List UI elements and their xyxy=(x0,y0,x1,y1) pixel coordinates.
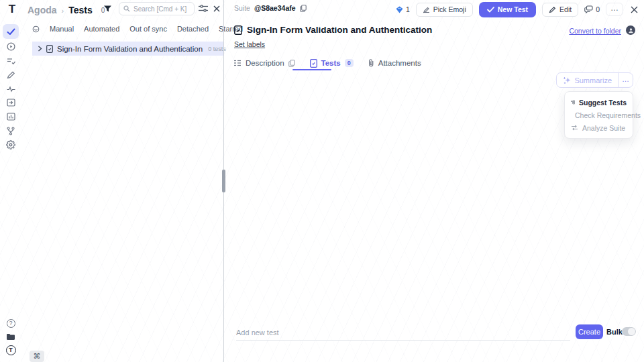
tab-description[interactable]: Description xyxy=(233,59,295,67)
tree-item-title[interactable]: Sign-In Form Validation and Authenticati… xyxy=(57,45,203,53)
pencil-icon xyxy=(549,6,556,13)
pulse-icon xyxy=(7,86,15,93)
search-box xyxy=(119,2,195,15)
sidebar-item-help[interactable]: ? xyxy=(3,316,19,330)
tab-attachments-label: Attachments xyxy=(378,59,421,67)
summarize-more-button[interactable]: … xyxy=(618,73,633,87)
header-actions: 1 Pick Emoji New Test Edit 0 … xyxy=(396,2,639,17)
paperclip-icon xyxy=(368,59,374,67)
keyboard-shortcuts-button[interactable]: ⌘ xyxy=(30,351,44,362)
ai-dropdown-menu: Suggest Tests Check Requirements Analyze… xyxy=(564,91,633,139)
tab-automated[interactable]: Automated xyxy=(84,25,119,33)
sidebar-item-tests[interactable] xyxy=(3,24,19,39)
sidebar-item-pulse[interactable] xyxy=(3,82,19,97)
pick-emoji-label: Pick Emoji xyxy=(433,5,466,13)
check-icon xyxy=(487,7,494,13)
breadcrumb-section[interactable]: Tests xyxy=(68,5,93,15)
copy-suite-id-icon[interactable] xyxy=(300,5,307,12)
tab-tests[interactable]: Tests 0 xyxy=(310,59,354,68)
profile-avatar: T xyxy=(6,345,16,355)
convert-to-folder-link[interactable]: Convert to folder xyxy=(569,27,621,35)
suite-type-label: Suite xyxy=(234,4,250,12)
list-check-icon xyxy=(7,58,15,65)
filter-tabs: Manual Automated Out of sync Detached St… xyxy=(32,23,243,34)
breadcrumb: Agoda › Tests 0 xyxy=(28,3,107,17)
panel-resize-handle[interactable] xyxy=(222,170,225,192)
analyze-suite-label: Analyze Suite xyxy=(582,124,625,132)
branch-icon xyxy=(7,127,15,135)
suite-title: Sign-In Form Validation and Authenticati… xyxy=(247,25,432,35)
bulk-toggle[interactable] xyxy=(622,327,636,336)
breadcrumb-separator-icon: › xyxy=(62,6,64,15)
tab-manual[interactable]: Manual xyxy=(50,25,74,33)
sidebar-item-plans[interactable] xyxy=(3,54,19,68)
tab-detached[interactable]: Detached xyxy=(177,25,209,33)
sidebar-item-profile[interactable]: T xyxy=(3,343,19,357)
gear-icon xyxy=(6,140,15,149)
detail-tabs: Description Tests 0 Attachments xyxy=(233,56,421,70)
new-test-label: New Test xyxy=(498,5,528,13)
sidebar-item-runs[interactable] xyxy=(3,39,19,54)
sidebar-item-branches[interactable] xyxy=(3,123,19,138)
filter-funnel-icon[interactable] xyxy=(101,3,113,15)
suite-doc-icon xyxy=(234,25,242,35)
bulk-label: Bulk xyxy=(606,328,623,336)
tests-doc-icon xyxy=(310,59,317,68)
sidebar-item-settings[interactable] xyxy=(3,137,19,152)
analyze-suite-icon xyxy=(571,125,578,131)
close-search-icon[interactable] xyxy=(212,4,221,13)
menu-item-analyze-suite[interactable]: Analyze Suite xyxy=(565,121,633,134)
summarize-split-button: Summarize … xyxy=(556,72,633,88)
chart-icon xyxy=(7,113,15,121)
more-actions-button[interactable]: … xyxy=(606,3,623,16)
menu-item-suggest-tests[interactable]: Suggest Tests xyxy=(565,96,633,109)
app-logo[interactable]: T xyxy=(4,2,20,17)
search-icon xyxy=(123,5,130,12)
edit-label: Edit xyxy=(559,5,572,13)
diamond-icon xyxy=(396,6,403,13)
comments-button[interactable]: 0 xyxy=(584,5,600,13)
sidebar-item-projects[interactable] xyxy=(3,329,19,344)
sidebar-item-import[interactable] xyxy=(3,95,19,110)
tab-tests-label: Tests xyxy=(321,59,341,67)
search-input[interactable] xyxy=(133,5,190,13)
suite-id-row: Suite @S8ae34afe xyxy=(234,4,307,12)
comments-count: 0 xyxy=(596,5,600,13)
breadcrumb-project[interactable]: Agoda xyxy=(28,5,57,15)
tab-attachments[interactable]: Attachments xyxy=(368,59,421,67)
tags-icon[interactable] xyxy=(32,25,40,33)
suite-tree-row[interactable]: Sign-In Form Validation and Authenticati… xyxy=(32,42,223,56)
create-button[interactable]: Create xyxy=(576,324,603,339)
user-avatar[interactable] xyxy=(626,25,635,35)
emoji-pencil-icon xyxy=(423,6,430,13)
toggle-knob xyxy=(628,328,635,335)
suggest-tests-label: Suggest Tests xyxy=(579,99,627,107)
person-icon xyxy=(628,27,634,34)
search-settings-icon[interactable] xyxy=(198,4,209,13)
pen-icon xyxy=(7,71,15,79)
tab-description-label: Description xyxy=(246,59,284,67)
copy-description-icon[interactable] xyxy=(288,60,295,67)
sidebar-item-analytics[interactable] xyxy=(3,109,19,124)
edit-button[interactable]: Edit xyxy=(542,3,578,17)
summarize-button[interactable]: Summarize xyxy=(557,73,618,87)
tests-badge: 0 xyxy=(345,59,354,67)
reaction-counter[interactable]: 1 xyxy=(396,5,410,13)
tab-out-of-sync[interactable]: Out of sync xyxy=(129,25,167,33)
sparkle-plus-icon xyxy=(563,76,571,84)
chevron-right-icon[interactable] xyxy=(38,46,42,52)
menu-item-check-requirements[interactable]: Check Requirements xyxy=(565,109,633,121)
suite-title-row: Sign-In Form Validation and Authenticati… xyxy=(234,25,432,35)
pick-emoji-button[interactable]: Pick Emoji xyxy=(416,3,473,17)
close-panel-icon[interactable] xyxy=(629,5,639,14)
reaction-count: 1 xyxy=(406,5,410,13)
active-tab-underline xyxy=(292,69,331,70)
set-labels-link[interactable]: Set labels xyxy=(234,40,265,48)
suite-id: @S8ae34afe xyxy=(254,4,296,12)
description-icon xyxy=(233,60,241,66)
check-icon xyxy=(7,28,15,36)
new-test-button[interactable]: New Test xyxy=(479,2,536,17)
add-test-field xyxy=(236,325,570,341)
add-test-input[interactable] xyxy=(236,325,570,340)
sidebar-item-compose[interactable] xyxy=(3,68,19,82)
